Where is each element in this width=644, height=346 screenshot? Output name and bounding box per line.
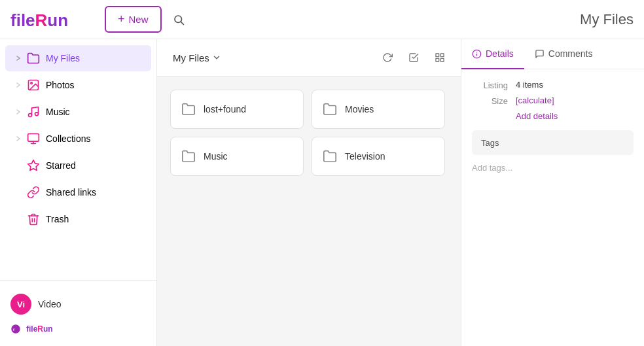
sidebar-nav: My Files ⋯ Photos <box>0 39 156 280</box>
sidebar-bottom: Vi Video f fileRun <box>0 280 156 346</box>
grid-icon <box>435 52 445 63</box>
brand-icon: f <box>10 324 21 334</box>
svg-point-6 <box>35 112 39 116</box>
detail-size-row: Size [calculate] <box>472 95 634 106</box>
files-grid: lost+found Movies <box>170 90 445 176</box>
collections-icon <box>26 131 41 146</box>
detail-listing-row: Listing 4 items <box>472 80 634 90</box>
svg-marker-10 <box>28 160 39 171</box>
svg-rect-14 <box>440 54 444 57</box>
new-button[interactable]: + New <box>105 6 162 33</box>
filerun-brand-logo: fileRun <box>26 322 73 336</box>
sidebar-item-music-label: Music <box>46 107 143 117</box>
sidebar-item-my-files-label: My Files <box>46 53 133 63</box>
folder-name: lost+found <box>204 104 246 114</box>
folder-name: Movies <box>345 104 374 114</box>
sidebar-item-trash-label: Trash <box>46 214 143 224</box>
chevron-icon <box>13 80 24 90</box>
new-button-label: New <box>129 14 149 25</box>
photos-icon <box>26 78 41 92</box>
sidebar-item-my-files[interactable]: My Files ⋯ <box>5 45 151 71</box>
sidebar-item-collections[interactable]: Collections <box>5 126 151 152</box>
tags-label: Tags <box>481 138 499 148</box>
right-panel-tabs: Details Comments <box>461 39 644 69</box>
folder-card-lost-found[interactable]: lost+found <box>170 90 304 129</box>
search-button[interactable] <box>167 8 190 31</box>
tab-comments-label: Comments <box>548 48 593 59</box>
link-icon <box>26 185 41 199</box>
star-icon <box>26 158 41 173</box>
svg-rect-16 <box>440 58 444 61</box>
folder-name: Music <box>204 151 228 162</box>
page-title: My Files <box>580 11 634 28</box>
check-square-icon <box>408 52 419 63</box>
search-icon <box>173 14 185 26</box>
sidebar-item-collections-label: Collections <box>46 133 143 144</box>
sidebar-item-music[interactable]: Music <box>5 99 151 125</box>
chevron-icon <box>13 107 24 117</box>
listing-label: Listing <box>472 80 508 90</box>
tab-comments[interactable]: Comments <box>524 39 603 69</box>
sidebar-item-starred-label: Starred <box>46 160 143 171</box>
tab-details[interactable]: Details <box>461 39 524 69</box>
user-row[interactable]: Vi Video <box>8 288 149 320</box>
svg-text:fileRun: fileRun <box>26 324 53 334</box>
chevron-icon <box>13 53 24 63</box>
select-all-button[interactable] <box>403 47 424 68</box>
brand-row: f fileRun <box>8 320 149 338</box>
folder-icon <box>323 102 337 116</box>
svg-rect-13 <box>436 54 439 57</box>
calculate-link[interactable]: [calculate] <box>516 95 554 105</box>
filerun-logo: fileRun <box>10 8 89 31</box>
main-toolbar <box>377 47 450 68</box>
svg-line-2 <box>181 22 183 24</box>
breadcrumb-label: My Files <box>173 52 209 63</box>
music-icon <box>26 105 41 119</box>
content-area: My Files ⋯ Photos <box>0 39 644 346</box>
grid-view-button[interactable] <box>429 47 450 68</box>
main-header: My Files <box>157 39 461 77</box>
main-content: My Files <box>157 39 461 346</box>
user-name: Video <box>38 299 62 309</box>
sidebar-item-photos[interactable]: Photos <box>5 72 151 98</box>
top-bar: fileRun + New My Files <box>0 0 644 39</box>
breadcrumb-chevron-icon <box>212 53 221 62</box>
folder-card-music[interactable]: Music <box>170 137 304 176</box>
logo: fileRun <box>10 8 89 31</box>
panel-content: Listing 4 items Size [calculate] Add det… <box>461 69 644 346</box>
size-label: Size <box>472 95 508 106</box>
sidebar-item-shared-links-label: Shared links <box>46 187 143 198</box>
files-area: lost+found Movies <box>157 77 461 346</box>
refresh-icon <box>382 52 393 63</box>
folder-card-television[interactable]: Television <box>312 137 445 176</box>
add-details-link[interactable]: Add details <box>516 111 634 121</box>
sidebar: My Files ⋯ Photos <box>0 39 157 346</box>
comment-icon <box>535 49 545 59</box>
user-avatar: Vi <box>10 294 31 315</box>
folder-card-movies[interactable]: Movies <box>312 90 445 129</box>
svg-text:fileRun: fileRun <box>10 10 68 30</box>
sidebar-item-photos-label: Photos <box>46 80 143 90</box>
breadcrumb[interactable]: My Files <box>168 50 226 66</box>
folder-icon <box>181 149 196 164</box>
right-panel: Details Comments Listing 4 items Size <box>461 39 644 346</box>
plus-icon: + <box>118 12 125 26</box>
tags-section: Tags <box>472 130 634 155</box>
tab-details-label: Details <box>486 48 514 59</box>
add-tags-text[interactable]: Add tags... <box>472 163 634 173</box>
listing-value: 4 items <box>516 80 543 90</box>
sidebar-item-starred[interactable]: Starred <box>5 152 151 179</box>
chevron-icon <box>13 133 24 144</box>
folder-icon <box>323 149 337 164</box>
app-container: fileRun + New My Files <box>0 0 644 346</box>
refresh-button[interactable] <box>377 47 398 68</box>
folder-name: Television <box>345 151 385 162</box>
sidebar-item-shared-links[interactable]: Shared links <box>5 179 151 205</box>
svg-rect-7 <box>28 134 39 142</box>
sidebar-item-trash[interactable]: Trash <box>5 206 151 232</box>
svg-point-4 <box>31 82 33 84</box>
info-icon <box>472 49 482 59</box>
trash-icon <box>26 212 41 226</box>
folder-icon <box>181 102 196 116</box>
svg-rect-15 <box>436 58 439 61</box>
